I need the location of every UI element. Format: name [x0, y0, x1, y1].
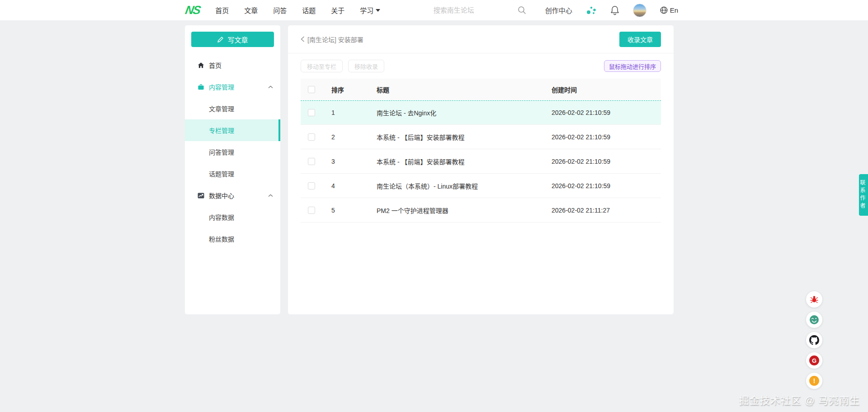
sidebar-group-label: 数据中心 — [209, 191, 234, 200]
row-title: PM2 一个守护进程管理器 — [369, 206, 544, 215]
sidebar-item-label: 专栏管理 — [209, 126, 234, 135]
sidebar-item-label: 粉丝数据 — [209, 234, 234, 243]
table-row[interactable]: 2 本系统 - 【后端】安装部署教程 2026-02-02 21:10:59 — [301, 125, 661, 149]
row-checkbox[interactable] — [308, 109, 315, 116]
table-row[interactable]: 4 南生论坛（本系统）- Linux部署教程 2026-02-02 21:10:… — [301, 174, 661, 198]
sidebar-item-label: 首页 — [209, 61, 222, 70]
row-created: 2026-02-02 21:10:59 — [544, 109, 661, 116]
collect-article-button[interactable]: 收录文章 — [619, 32, 661, 47]
sidebar-item-label: 话题管理 — [209, 169, 234, 178]
row-title: 南生论坛 - 去Nginx化 — [369, 108, 544, 117]
sidebar-item-content-data[interactable]: 内容数据 — [185, 206, 280, 228]
pencil-icon — [217, 36, 224, 43]
sidebar-group-content-management[interactable]: 内容管理 — [185, 76, 280, 98]
home-icon — [197, 62, 204, 69]
row-title: 本系统 - 【后端】安装部署教程 — [369, 133, 544, 142]
move-to-column-button[interactable]: 移动至专栏 — [301, 60, 343, 72]
search-icon[interactable] — [518, 6, 526, 14]
main-header: [南生论坛] 安装部署 收录文章 — [288, 25, 674, 53]
language-label: En — [670, 6, 678, 14]
breadcrumb-title: [南生论坛] 安装部署 — [307, 35, 363, 44]
row-order: 2 — [324, 133, 369, 141]
nav-link-about[interactable]: 关于 — [331, 5, 344, 15]
nav-link-topics[interactable]: 话题 — [302, 5, 316, 15]
apps-dots-icon[interactable] — [586, 5, 597, 15]
notifications-bell-icon[interactable] — [610, 5, 619, 15]
search-box — [434, 6, 526, 14]
sidebar-item-article-management[interactable]: 文章管理 — [185, 98, 280, 119]
column-header-created: 创建时间 — [544, 85, 661, 94]
navbar-right-cluster: 创作中心 En — [545, 4, 678, 17]
gitee-icon[interactable]: G — [806, 352, 822, 369]
row-checkbox[interactable] — [308, 158, 315, 165]
nav-link-qa[interactable]: 问答 — [273, 5, 287, 15]
globe-icon — [660, 6, 668, 14]
row-created: 2026-02-02 21:10:59 — [544, 182, 661, 189]
row-checkbox[interactable] — [308, 207, 315, 214]
table-row[interactable]: 1 南生论坛 - 去Nginx化 2026-02-02 21:10:59 — [301, 100, 661, 125]
sidebar-group-label: 内容管理 — [209, 82, 234, 91]
nav-link-home[interactable]: 首页 — [215, 5, 229, 15]
github-icon[interactable] — [806, 332, 822, 348]
row-checkbox[interactable] — [308, 182, 315, 189]
nav-dropdown-learn-label: 学习 — [360, 5, 373, 15]
sidebar-item-qa-management[interactable]: 问答管理 — [185, 141, 280, 163]
column-header-order: 排序 — [324, 85, 369, 94]
row-created: 2026-02-02 21:11:27 — [544, 207, 661, 214]
breadcrumb[interactable]: [南生论坛] 安装部署 — [301, 35, 363, 44]
table-toolbar: 移动至专栏 移除收录 鼠标拖动进行排序 — [288, 53, 674, 78]
watermark: 掘金技术社区 @ 马亮南生 — [739, 392, 860, 407]
table-row[interactable]: 5 PM2 一个守护进程管理器 2026-02-02 21:11:27 — [301, 198, 661, 223]
column-header-title: 标题 — [369, 85, 544, 94]
row-order: 3 — [324, 158, 369, 165]
remove-collect-button[interactable]: 移除收录 — [348, 60, 384, 72]
sidebar-item-label: 内容数据 — [209, 213, 234, 222]
sidebar-item-home[interactable]: 首页 — [185, 54, 280, 76]
sidebar-item-label: 问答管理 — [209, 147, 234, 156]
contact-author-tab[interactable]: 联系作者 — [859, 174, 868, 216]
top-navbar: NS 首页 文章 问答 话题 关于 学习 创作中心 En — [0, 0, 868, 20]
sidebar-item-label: 文章管理 — [209, 104, 234, 113]
creator-center-link[interactable]: 创作中心 — [545, 5, 572, 15]
row-created: 2026-02-02 21:10:59 — [544, 158, 661, 165]
caret-down-icon — [376, 9, 380, 12]
write-article-label: 写文章 — [227, 35, 248, 44]
sidebar-item-topic-management[interactable]: 话题管理 — [185, 163, 280, 185]
write-article-button[interactable]: 写文章 — [191, 32, 274, 47]
nav-link-articles[interactable]: 文章 — [244, 5, 258, 15]
chevron-up-icon — [268, 85, 273, 89]
warning-icon[interactable]: ! — [806, 373, 822, 389]
row-title: 南生论坛（本系统）- Linux部署教程 — [369, 181, 544, 190]
sidebar-group-data-center[interactable]: 数据中心 — [185, 185, 280, 206]
sidebar: 写文章 首页 内容管理 文章管理 专栏管理 问答管理 话题管理 数据中心 — [185, 25, 280, 314]
floating-social-icons: G ! — [806, 291, 822, 389]
select-all-checkbox[interactable] — [308, 86, 315, 93]
row-order: 5 — [324, 207, 369, 214]
warning-glyph: ! — [809, 376, 819, 386]
nav-dropdown-learn[interactable]: 学习 — [360, 5, 380, 15]
chevron-up-icon — [268, 194, 273, 197]
row-order: 4 — [324, 182, 369, 189]
toolbox-icon — [197, 83, 204, 90]
bug-icon[interactable] — [806, 291, 822, 308]
site-logo[interactable]: NS — [184, 3, 201, 17]
smiley-icon[interactable] — [806, 312, 822, 328]
trend-chart-icon — [197, 192, 204, 199]
row-checkbox[interactable] — [308, 133, 315, 141]
table-header-row: 排序 标题 创建时间 — [301, 79, 661, 100]
row-order: 1 — [324, 109, 369, 116]
search-input[interactable] — [434, 6, 510, 14]
row-title: 本系统 - 【前端】安装部署教程 — [369, 157, 544, 166]
drag-sort-hint-badge: 鼠标拖动进行排序 — [604, 60, 661, 72]
table-row[interactable]: 3 本系统 - 【前端】安装部署教程 2026-02-02 21:10:59 — [301, 149, 661, 174]
user-avatar[interactable] — [633, 4, 646, 17]
row-created: 2026-02-02 21:10:59 — [544, 133, 661, 141]
main-panel: [南生论坛] 安装部署 收录文章 移动至专栏 移除收录 鼠标拖动进行排序 排序 … — [288, 25, 674, 314]
sidebar-item-fans-data[interactable]: 粉丝数据 — [185, 228, 280, 250]
sidebar-item-column-management[interactable]: 专栏管理 — [185, 119, 280, 141]
nav-links: 首页 文章 问答 话题 关于 学习 — [215, 5, 380, 15]
gitee-glyph: G — [809, 355, 819, 365]
language-switcher[interactable]: En — [660, 6, 678, 14]
back-chevron-icon — [301, 36, 305, 42]
articles-table: 排序 标题 创建时间 1 南生论坛 - 去Nginx化 2026-02-02 2… — [301, 79, 661, 223]
